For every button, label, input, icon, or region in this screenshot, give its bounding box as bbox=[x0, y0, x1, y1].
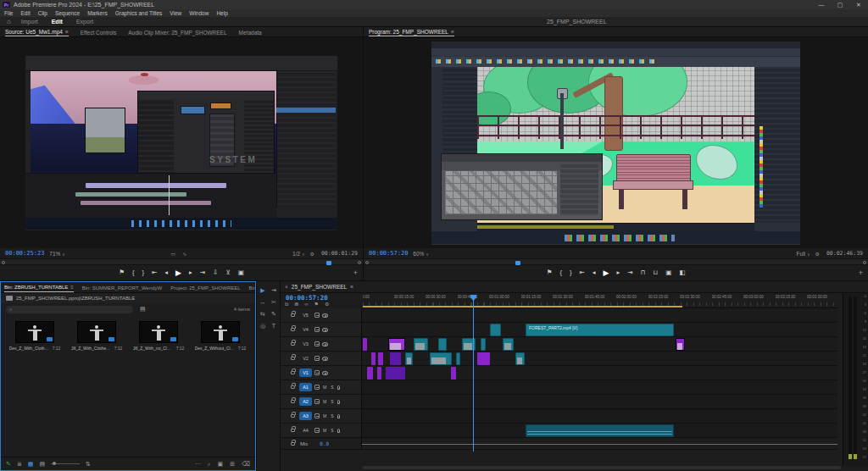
mark-out-button[interactable]: } bbox=[570, 269, 572, 276]
track-lock-icon[interactable] bbox=[291, 313, 295, 317]
extract-button[interactable]: ⊔ bbox=[653, 269, 658, 276]
track-lock-icon[interactable] bbox=[291, 385, 295, 389]
menu-item[interactable]: View bbox=[170, 10, 181, 16]
mute-button[interactable]: M bbox=[322, 399, 327, 404]
icon-view-icon[interactable]: ▦ bbox=[28, 461, 34, 468]
track-lock-icon[interactable] bbox=[291, 371, 295, 374]
panel-menu-icon[interactable]: ≡ bbox=[65, 29, 69, 35]
track-select-forward-tool[interactable]: ⇥ bbox=[270, 285, 278, 295]
track-lock-icon[interactable] bbox=[291, 400, 295, 403]
new-item-icon[interactable]: ⊞ bbox=[230, 461, 235, 468]
sync-lock-icon[interactable] bbox=[314, 313, 320, 318]
go-to-out-button[interactable]: ⇥ bbox=[200, 269, 205, 276]
tab-metadata[interactable]: Metadata ≡ bbox=[239, 27, 262, 36]
voiceover-record-icon[interactable] bbox=[337, 429, 340, 433]
timeline-timecode[interactable]: 00:00:57:20 bbox=[286, 294, 328, 302]
track-lock-icon[interactable] bbox=[291, 357, 295, 360]
button-editor-icon[interactable]: + bbox=[353, 269, 358, 277]
timeline-clip[interactable] bbox=[481, 338, 486, 351]
mark-in-button[interactable]: { bbox=[132, 269, 135, 276]
tab-audio-clip-mixer[interactable]: Audio Clip Mixer: 25_FMP_SHOWREEL ≡ bbox=[128, 27, 226, 36]
program-timecode[interactable]: 00:00:57:20 bbox=[369, 250, 408, 257]
track-visibility-icon[interactable] bbox=[322, 371, 328, 375]
tab-bin-zbrush-turntable[interactable]: Bin: ZBRUSH_TURNTABLE ≡ bbox=[4, 282, 74, 292]
track-visibility-icon[interactable] bbox=[322, 313, 328, 318]
timeline-clip[interactable] bbox=[503, 338, 514, 351]
sync-lock-icon[interactable] bbox=[314, 370, 320, 375]
add-marker-button[interactable]: ⚑ bbox=[119, 269, 125, 276]
find-icon[interactable]: ⌕ bbox=[208, 461, 211, 468]
program-zoom-select[interactable]: 60% ∨ bbox=[413, 251, 429, 257]
selection-tool[interactable]: ▶ bbox=[259, 285, 267, 295]
drag-video-only-icon[interactable]: ▭ bbox=[171, 251, 176, 257]
sync-lock-icon[interactable] bbox=[314, 399, 320, 404]
solo-button[interactable]: S bbox=[330, 413, 335, 418]
delete-icon[interactable]: ⌫ bbox=[242, 461, 250, 468]
project-clip-card[interactable]: Jill_Z_With_no_Clothes... 7:12 bbox=[133, 321, 184, 368]
timeline-clip[interactable] bbox=[451, 367, 456, 380]
timeline-clip[interactable] bbox=[515, 352, 525, 365]
timeline-clip[interactable] bbox=[388, 338, 405, 351]
breadcrumb[interactable]: 25_FMP_SHOWREEL.pproj\ZBRUSH_TURNTABLE bbox=[1, 293, 255, 303]
tab-project[interactable]: Project: 25_FMP_SHOWREEL ≡ bbox=[170, 282, 240, 292]
track-lock-icon[interactable] bbox=[291, 442, 295, 446]
source-timecode[interactable]: 00:00:25:23 bbox=[5, 250, 44, 257]
program-scrub-thumb[interactable] bbox=[515, 261, 520, 265]
voiceover-record-icon[interactable] bbox=[337, 414, 340, 418]
menu-item[interactable]: Graphics and Titles bbox=[115, 10, 163, 16]
voiceover-record-icon[interactable] bbox=[337, 385, 340, 390]
insert-as-nested-icon[interactable]: ⧉ bbox=[285, 302, 288, 307]
track-visibility-icon[interactable] bbox=[322, 342, 328, 346]
type-tool[interactable]: T bbox=[270, 321, 278, 330]
panel-menu-icon[interactable]: ≡ bbox=[451, 29, 454, 35]
workspace-tab-import[interactable]: Import bbox=[21, 17, 38, 26]
sort-icon[interactable]: ⇅ bbox=[86, 461, 91, 468]
source-patch-badge[interactable]: A1 bbox=[299, 383, 312, 391]
automate-to-sequence-icon[interactable]: ⋯ bbox=[195, 461, 201, 468]
source-video-area[interactable]: SYSTEM bbox=[0, 37, 363, 248]
timeline-clip[interactable]: FOREST_PART2.mp4 [V] bbox=[526, 324, 674, 336]
export-frame-button[interactable]: ▣ bbox=[665, 269, 671, 276]
mute-button[interactable]: M bbox=[322, 385, 327, 390]
freeform-view-icon[interactable]: ▤ bbox=[39, 461, 45, 468]
mark-in-button[interactable]: { bbox=[559, 269, 562, 276]
tab-bin-summer-report[interactable]: Bin: SUMMER_REPORT_WendyW ≡ bbox=[82, 282, 162, 292]
project-clip-card[interactable]: Dex_Z_With_Clothes.mp4 7:12 bbox=[9, 321, 60, 368]
linked-selection-icon[interactable]: ∞ bbox=[304, 302, 308, 307]
tab-effect-controls[interactable]: Effect Controls ≡ bbox=[81, 27, 117, 36]
source-scrub-thumb[interactable] bbox=[326, 261, 331, 265]
track-visibility-icon[interactable] bbox=[322, 328, 328, 332]
project-clip-card[interactable]: Jill_Z_With_Clothes.mp4 7:12 bbox=[71, 321, 122, 368]
insert-button[interactable]: ⇩ bbox=[213, 269, 218, 276]
drag-audio-only-icon[interactable]: ∿ bbox=[182, 251, 186, 257]
timeline-clip[interactable] bbox=[371, 352, 376, 365]
search-input[interactable]: ⌕ bbox=[6, 306, 133, 313]
sync-lock-icon[interactable] bbox=[314, 413, 320, 418]
timeline-horizontal-scrollbar[interactable] bbox=[363, 466, 841, 469]
play-button[interactable]: ▶ bbox=[603, 269, 609, 277]
sync-lock-icon[interactable] bbox=[314, 385, 320, 390]
bin-up-icon[interactable] bbox=[6, 296, 13, 301]
panel-menu-icon[interactable]: ≡ bbox=[350, 284, 353, 290]
program-video-area[interactable] bbox=[364, 37, 868, 248]
lift-button[interactable]: ⊓ bbox=[640, 269, 645, 276]
track-lock-icon[interactable] bbox=[291, 429, 295, 432]
source-zoom-select[interactable]: 71% ∨ bbox=[49, 251, 65, 257]
timeline-clip[interactable] bbox=[477, 352, 490, 365]
timeline-sequence-tab[interactable]: × 25_FMP_SHOWREEL ≡ bbox=[285, 284, 353, 290]
program-scrubber[interactable] bbox=[364, 258, 868, 265]
timeline-settings-icon[interactable]: ⚙ bbox=[325, 302, 329, 307]
home-icon[interactable]: ⌂ bbox=[7, 18, 11, 25]
menu-item[interactable]: Markers bbox=[87, 10, 107, 16]
timeline-clip[interactable] bbox=[676, 338, 685, 351]
timeline-clip[interactable] bbox=[363, 338, 367, 351]
timeline-playhead[interactable] bbox=[473, 295, 474, 452]
mute-button[interactable]: M bbox=[322, 428, 327, 433]
source-patch-badge[interactable]: V4 bbox=[299, 325, 312, 334]
sync-lock-icon[interactable] bbox=[314, 341, 320, 346]
close-button[interactable]: ✕ bbox=[849, 2, 868, 8]
menu-item[interactable]: Edit bbox=[20, 10, 30, 16]
step-back-button[interactable]: ◂ bbox=[164, 269, 168, 276]
menu-item[interactable]: Sequence bbox=[55, 10, 80, 16]
source-scrubber[interactable] bbox=[0, 258, 363, 265]
